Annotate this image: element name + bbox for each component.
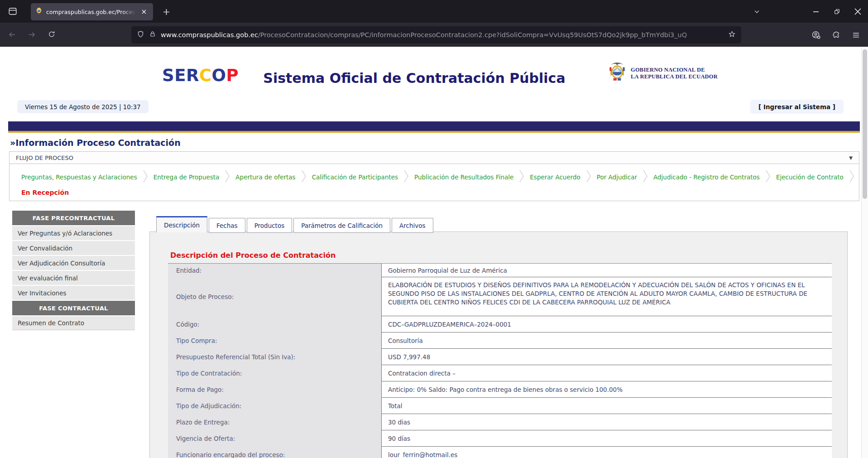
step-ejecucion[interactable]: Ejecución de Contrato: [776, 174, 844, 181]
process-flow-panel: FLUJO DE PROCESO ▼ Preguntas, Respuestas…: [9, 151, 859, 201]
step-separator-icon: [404, 170, 408, 184]
content-tabs: Descripción Fechas Productos Parámetros …: [156, 216, 435, 233]
browser-tab[interactable]: compraspublicas.gob.ec/Proces: [31, 3, 153, 20]
step-separator-icon: [586, 170, 591, 184]
sidebar: FASE PRECONTRACTUAL Ver Preguntas y/ó Ac…: [12, 211, 135, 330]
row-label: Entidad:: [168, 264, 381, 277]
step-entrega[interactable]: Entrega de Propuesta: [153, 174, 220, 181]
tab-close-icon[interactable]: [139, 7, 149, 16]
page-scrollbar[interactable]: [861, 47, 868, 458]
sidebar-item-resumen[interactable]: Resumen de Contrato: [12, 316, 135, 330]
process-flow-select[interactable]: FLUJO DE PROCESO ▼: [10, 152, 859, 164]
step-publicacion[interactable]: Publicación de Resultados Finale: [414, 174, 513, 181]
description-panel: Descripción del Proceso de Contratación …: [149, 231, 848, 458]
table-row: Tipo de Contratación: Contratacion direc…: [168, 365, 832, 381]
menu-hamburger-icon[interactable]: [848, 27, 863, 43]
ecuador-coat-of-arms-icon: [608, 62, 627, 85]
step-separator-icon: [143, 170, 148, 184]
tab-descripcion[interactable]: Descripción: [156, 216, 207, 233]
navy-divider-bar: [8, 121, 860, 133]
step-separator-icon: [302, 170, 306, 184]
step-separator-icon: [766, 170, 770, 184]
browser-toolbar: www.compraspublicas.gob.ec/ProcesoContra…: [0, 23, 868, 47]
lock-icon[interactable]: [149, 30, 156, 39]
tab-productos[interactable]: Productos: [247, 218, 293, 233]
row-value: CDC–GADPRLUZDEAMERICA–2024–0001: [381, 316, 832, 333]
step-separator-icon: [849, 170, 854, 184]
step-separator-icon: [643, 170, 647, 184]
step-apertura[interactable]: Apertura de ofertas: [235, 174, 295, 181]
sidebar-item-evaluacion[interactable]: Ver evaluación final: [12, 271, 135, 285]
row-label: Funcionario encargado del proceso:: [168, 447, 381, 458]
row-value: ELABORACIÓN DE ESTUDIOS Y DISEÑOS DEFINI…: [381, 277, 832, 316]
sidebar-item-convalidacion[interactable]: Ver Convalidación: [12, 241, 135, 255]
row-value: Consultoría: [381, 333, 832, 349]
table-row: Código: CDC–GADPRLUZDEAMERICA–2024–0001: [168, 316, 832, 333]
extensions-puzzle-icon[interactable]: [828, 27, 844, 43]
row-label: Plazo de Entrega:: [168, 414, 381, 430]
reload-icon[interactable]: [43, 27, 60, 42]
row-label: Objeto de Proceso:: [168, 277, 381, 316]
step-por-adjudicar[interactable]: Por Adjudicar: [597, 174, 637, 181]
row-label: Forma de Pago:: [168, 381, 381, 398]
table-row: Presupuesto Referencial Total (Sin Iva):…: [168, 349, 832, 365]
table-row: Objeto de Proceso: ELABORACIÓN DE ESTUDI…: [168, 277, 832, 316]
tab-list-chevron-icon[interactable]: [746, 0, 767, 23]
back-icon[interactable]: [4, 27, 20, 42]
row-value: Total: [381, 398, 832, 414]
tab-title: compraspublicas.gob.ec/Proces: [46, 9, 136, 15]
new-tab-icon[interactable]: [159, 5, 173, 18]
firefox-view-icon[interactable]: [4, 3, 22, 19]
tab-fechas[interactable]: Fechas: [209, 218, 245, 233]
table-row: Entidad: Gobierno Parroquial de Luz de A…: [168, 264, 832, 277]
page-viewport: SERCOP Sistema Oficial de Contratación P…: [0, 47, 868, 458]
sidebar-item-invitaciones[interactable]: Ver Invitaciones: [12, 286, 135, 300]
sidebar-item-preguntas[interactable]: Ver Preguntas y/ó Aclaraciones: [12, 226, 135, 240]
row-label: Vigencia de Oferta:: [168, 430, 381, 447]
window-minimize-button[interactable]: [806, 0, 826, 23]
step-separator-icon: [225, 170, 230, 184]
gov-text-line1: GOBIERNO NACIONAL DE: [631, 67, 718, 73]
step-separator-icon: [519, 170, 524, 184]
row-value: lour_ferrin@hotmail.es: [381, 447, 832, 458]
site-favicon: [35, 7, 43, 16]
process-steps: Preguntas, Respuestas y Aclaraciones Ent…: [10, 164, 859, 184]
description-heading: Descripción del Proceso de Contratación: [170, 251, 336, 260]
description-table: Entidad: Gobierno Parroquial de Luz de A…: [168, 263, 832, 458]
row-label: Código:: [168, 316, 381, 333]
sidebar-header-contractual: FASE CONTRACTUAL: [12, 301, 135, 315]
login-button[interactable]: [ Ingresar al Sistema ]: [750, 100, 844, 114]
browser-tab-bar: compraspublicas.gob.ec/Proces: [0, 0, 868, 23]
row-value: Anticipo: 0% Saldo: Pago contra entrega …: [381, 381, 832, 398]
window-close-button[interactable]: [847, 0, 868, 23]
step-calificacion[interactable]: Calificación de Participantes: [312, 174, 398, 181]
sidebar-header-precontractual: FASE PRECONTRACTUAL: [12, 211, 135, 225]
datetime-display: Viernes 15 de Agosto de 2025 | 10:37: [17, 100, 149, 113]
table-row: Funcionario encargado del proceso: lour_…: [168, 447, 832, 458]
status-badge: En Recepción: [21, 189, 859, 196]
bookmark-star-icon[interactable]: [728, 30, 736, 40]
chevron-down-icon: ▼: [849, 155, 853, 160]
row-value: Contratacion directa –: [381, 365, 832, 381]
tab-parametros[interactable]: Parámetros de Calificación: [293, 218, 390, 233]
row-label: Tipo Compra:: [168, 333, 381, 349]
row-value: 90 días: [381, 430, 832, 447]
account-icon[interactable]: [808, 27, 824, 43]
step-esperar-acuerdo[interactable]: Esperar Acuerdo: [530, 174, 580, 181]
forward-icon[interactable]: [24, 27, 40, 42]
url-bar[interactable]: www.compraspublicas.gob.ec/ProcesoContra…: [131, 26, 741, 43]
table-row: Plazo de Entrega: 30 dias: [168, 414, 832, 430]
tab-archivos[interactable]: Archivos: [392, 218, 433, 233]
scrollbar-thumb[interactable]: [863, 49, 867, 199]
window-restore-button[interactable]: [826, 0, 847, 23]
table-row: Forma de Pago: Anticipo: 0% Saldo: Pago …: [168, 381, 832, 398]
step-adjudicado[interactable]: Adjudicado - Registro de Contratos: [653, 174, 760, 181]
step-preguntas[interactable]: Preguntas, Respuestas y Aclaraciones: [21, 174, 137, 181]
sidebar-item-adjudicacion[interactable]: Ver Adjudicación Consultoría: [12, 256, 135, 270]
row-value: Gobierno Parroquial de Luz de América: [381, 264, 832, 277]
row-label: Tipo de Adjudicación:: [168, 398, 381, 414]
table-row: Vigencia de Oferta: 90 días: [168, 430, 832, 447]
table-row: Tipo de Adjudicación: Total: [168, 398, 832, 414]
tracking-shield-icon[interactable]: [137, 30, 144, 40]
gov-text-line2: LA REPUBLICA DEL ECUADOR: [631, 73, 718, 80]
